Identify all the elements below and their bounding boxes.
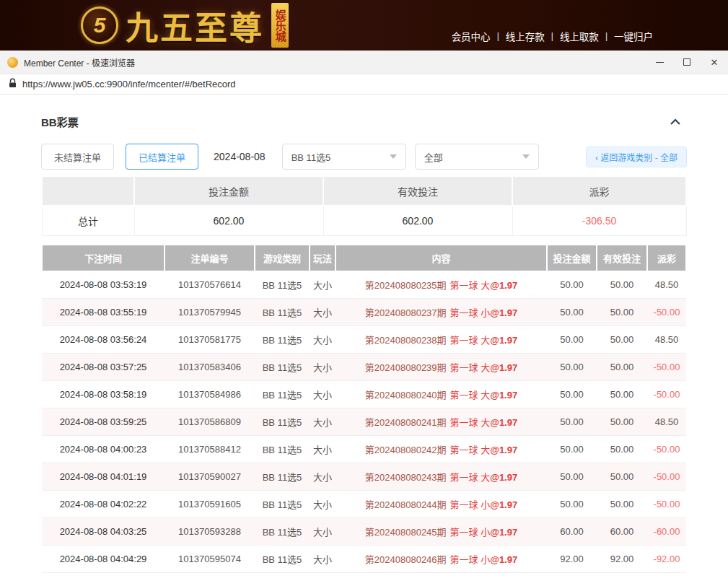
cell-payout: -50.00 (647, 463, 686, 491)
cell-bet-amount: 50.00 (547, 381, 597, 408)
cell-bet-id: 101370595074 (165, 546, 255, 573)
cell-payout: -50.00 (647, 491, 686, 518)
nav-member-center[interactable]: 会员中心 (452, 29, 491, 43)
nav-one-key-transfer[interactable]: 一键归户 (614, 29, 653, 43)
cell-game-type: BB 11选5 (255, 381, 310, 408)
cell-play-type: 大小 (310, 354, 336, 381)
cell-play-type: 大小 (310, 271, 336, 299)
settled-bets-button[interactable]: 已结算注单 (126, 144, 198, 170)
back-to-game-category-button[interactable]: ‹ 返回游戏类别 - 全部 (586, 146, 687, 167)
bet-period: 第202408080241期 (365, 417, 447, 428)
table-row: 2024-08-08 03:55:19 101370579945 BB 11选5… (42, 299, 686, 326)
cell-content: 第202408080245期第一球 小@1.97 (336, 518, 547, 546)
cell-game-type: BB 11选5 (255, 354, 310, 381)
cell-content: 第202408080239期第一球 大@1.97 (336, 354, 547, 381)
cell-content: 第202408080243期第一球 大@1.97 (336, 463, 547, 491)
bet-period: 第202408080243期 (365, 472, 447, 483)
summary-header-valid-bet: 有效投注 (323, 177, 512, 206)
bet-period: 第202408080245期 (365, 527, 447, 538)
summary-bet-amount: 602.00 (134, 206, 323, 235)
cell-play-type: 大小 (310, 546, 336, 573)
maximize-icon (683, 58, 690, 66)
cell-game-type: BB 11选5 (255, 436, 310, 463)
table-row: 2024-08-08 03:56:24 101370581775 BB 11选5… (42, 326, 686, 354)
header-bet-amount: 投注金额 (547, 245, 597, 271)
bet-pick: 第一球 大 (450, 390, 491, 401)
cell-valid-bet: 92.00 (597, 546, 647, 573)
date-picker[interactable]: 2024-08-08 (214, 151, 266, 162)
cell-bet-time: 2024-08-08 04:01:19 (42, 463, 165, 491)
nav-deposit[interactable]: 线上存款 (506, 29, 545, 43)
cell-content: 第202408080238期第一球 大@1.97 (336, 326, 547, 354)
cell-valid-bet: 50.00 (597, 408, 647, 436)
cell-bet-time: 2024-08-08 03:56:24 (42, 326, 165, 354)
scope-select[interactable]: 全部 (415, 144, 539, 170)
cell-bet-amount: 50.00 (547, 463, 597, 491)
cell-bet-amount: 92.00 (547, 546, 597, 573)
collapse-section-button[interactable] (670, 118, 681, 126)
summary-header-payout: 派彩 (512, 177, 686, 206)
section-header: BB彩票 (41, 114, 687, 129)
cell-payout: -50.00 (647, 299, 686, 326)
site-logo: 5 九五至尊 娱乐城 (81, 2, 289, 49)
cell-game-type: BB 11选5 (255, 546, 310, 573)
bet-odds: @1.97 (490, 307, 517, 318)
bet-pick: 第一球 大 (450, 417, 491, 428)
cell-bet-amount: 60.00 (547, 518, 597, 546)
cell-content: 第202408080246期第一球 小@1.97 (336, 546, 547, 573)
window-controls: ✕ (646, 51, 728, 74)
lock-icon (9, 78, 17, 90)
cell-bet-id: 101370588412 (165, 436, 255, 463)
header-game-type: 游戏类别 (255, 245, 310, 271)
cell-bet-time: 2024-08-08 03:59:25 (42, 408, 165, 436)
browser-urlbar[interactable]: https://www.jw05.cc:9900/infe/mcenter/#/… (0, 74, 728, 95)
summary-header-bet-amount: 投注金额 (134, 177, 323, 206)
bet-odds: @1.97 (490, 390, 517, 401)
bet-period: 第202408080239期 (365, 362, 447, 373)
maximize-button[interactable] (673, 51, 701, 74)
bet-period: 第202408080246期 (365, 554, 447, 565)
cell-valid-bet: 50.00 (597, 463, 647, 491)
game-type-select-value: BB 11选5 (291, 150, 331, 164)
cell-payout: -50.00 (647, 436, 686, 463)
cell-content: 第202408080240期第一球 大@1.97 (336, 381, 547, 408)
cell-payout: -50.00 (647, 354, 686, 381)
cell-valid-bet: 60.00 (597, 518, 647, 546)
site-logo-number: 5 (94, 13, 106, 38)
close-icon: ✕ (711, 58, 719, 67)
cell-play-type: 大小 (310, 491, 336, 518)
summary-valid-bet: 602.00 (323, 206, 512, 235)
app-icon (7, 57, 18, 68)
cell-payout: 48.50 (647, 271, 686, 299)
bet-pick: 第一球 小 (450, 554, 491, 565)
cell-bet-amount: 50.00 (547, 326, 597, 354)
cell-payout: -92.00 (647, 546, 686, 573)
header-bet-time: 下注时间 (42, 245, 165, 271)
chevron-up-icon (670, 118, 681, 126)
table-row: 2024-08-08 04:03:25 101370593288 BB 11选5… (42, 518, 686, 546)
cell-valid-bet: 50.00 (597, 326, 647, 354)
cell-bet-time: 2024-08-08 04:03:25 (42, 518, 165, 546)
game-type-select[interactable]: BB 11选5 (282, 144, 406, 170)
cell-bet-id: 101370576614 (165, 271, 255, 299)
table-row: 2024-08-08 04:02:22 101370591605 BB 11选5… (42, 491, 686, 518)
minimize-button[interactable] (646, 51, 673, 74)
cell-content: 第202408080237期第一球 小@1.97 (336, 299, 547, 326)
cell-bet-amount: 50.00 (547, 271, 597, 299)
cell-play-type: 大小 (310, 299, 336, 326)
close-button[interactable]: ✕ (701, 51, 728, 74)
nav-withdraw[interactable]: 线上取款 (560, 29, 599, 43)
unsettled-bets-button[interactable]: 未结算注单 (41, 144, 114, 170)
nav-separator: | (605, 31, 608, 41)
bet-period: 第202408080242期 (365, 445, 447, 455)
header-payout: 派彩 (647, 245, 686, 271)
minimize-icon (656, 62, 664, 63)
site-logo-badge: 娱乐城 (271, 3, 289, 48)
cell-bet-id: 101370583406 (165, 354, 255, 381)
cell-bet-amount: 50.00 (547, 354, 597, 381)
cell-game-type: BB 11选5 (255, 271, 310, 299)
cell-bet-id: 101370579945 (165, 299, 255, 326)
cell-game-type: BB 11选5 (255, 408, 310, 436)
cell-valid-bet: 50.00 (597, 381, 647, 408)
cell-bet-time: 2024-08-08 03:58:19 (42, 381, 165, 408)
